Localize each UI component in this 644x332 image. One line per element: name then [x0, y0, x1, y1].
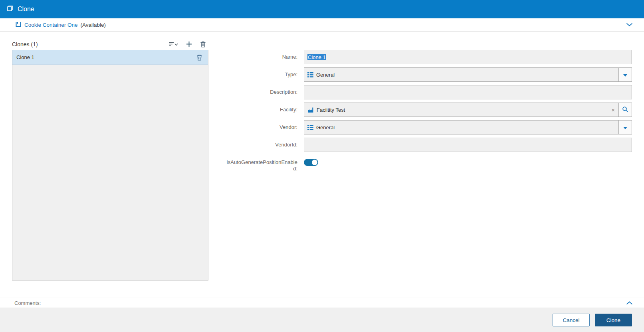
description-label: Description: — [226, 85, 297, 95]
clones-list: Clone 1 — [12, 50, 208, 281]
name-row: Name: Clone 1 — [226, 50, 632, 64]
name-input[interactable]: Clone 1 — [304, 50, 632, 64]
facility-row: Facility: Faciitity Test × — [226, 103, 632, 117]
titlebar: Clone — [0, 0, 644, 18]
clones-panel-title: Clones (1) — [12, 41, 38, 47]
context-bar: Cookie Container One (Available) — [0, 18, 644, 32]
footer-bar: Cancel Clone — [0, 308, 644, 332]
comments-bar: Comments: — [0, 298, 644, 308]
collapse-chevron-down-icon[interactable] — [625, 22, 634, 28]
type-label: Type: — [226, 67, 297, 78]
auto-generate-label: IsAutoGeneratePositionEnabled: — [226, 155, 297, 172]
row-delete-icon[interactable] — [196, 53, 203, 61]
context-object-link[interactable]: Cookie Container One — [24, 22, 78, 28]
add-clone-button[interactable] — [185, 40, 193, 48]
comments-label: Comments: — [14, 300, 41, 306]
expand-chevron-up-icon[interactable] — [625, 300, 634, 306]
clear-icon[interactable]: × — [611, 107, 615, 113]
context-object-status: (Available) — [81, 22, 106, 28]
vendor-row: Vendor: General — [226, 120, 632, 134]
type-value: General — [316, 72, 335, 78]
description-input[interactable] — [304, 85, 632, 99]
facility-label: Facility: — [226, 103, 297, 113]
sort-button[interactable] — [168, 41, 179, 48]
clone-button[interactable]: Clone — [595, 314, 632, 326]
container-icon — [15, 21, 22, 29]
factory-icon — [307, 107, 314, 113]
chevron-down-icon — [623, 125, 627, 130]
vendor-dropdown[interactable]: General — [304, 120, 619, 134]
type-dropdown-button[interactable] — [618, 67, 632, 82]
name-label: Name: — [226, 50, 297, 60]
clone-dialog: Clone Cookie Container One (Available) C… — [0, 0, 644, 332]
vendor-value: General — [316, 125, 335, 130]
auto-generate-toggle[interactable] — [304, 159, 318, 166]
vendorid-input[interactable] — [304, 138, 632, 152]
clone-form: Name: Clone 1 Type: Ge — [226, 50, 632, 175]
clone-list-item[interactable]: Clone 1 — [12, 50, 208, 65]
type-dropdown[interactable]: General — [304, 67, 619, 82]
list-icon — [307, 72, 313, 77]
facility-lookup-input[interactable]: Faciitity Test × — [304, 103, 619, 117]
clones-panel-header: Clones (1) — [12, 38, 208, 50]
page-title: Clone — [18, 6, 34, 13]
search-icon — [622, 106, 628, 114]
facility-search-button[interactable] — [618, 103, 632, 117]
vendor-dropdown-button[interactable] — [618, 120, 632, 134]
vendorid-row: VendorId: — [226, 138, 632, 152]
delete-clone-button[interactable] — [199, 40, 207, 48]
vendor-label: Vendor: — [226, 120, 297, 130]
auto-generate-row: IsAutoGeneratePositionEnabled: — [226, 155, 632, 172]
clones-panel: Clones (1) — [12, 38, 208, 281]
toggle-knob — [312, 160, 317, 165]
clone-item-label: Clone 1 — [16, 54, 34, 60]
description-row: Description: — [226, 85, 632, 99]
list-icon — [307, 125, 313, 130]
chevron-down-icon — [623, 72, 627, 78]
clone-icon — [6, 5, 14, 14]
name-selected-text: Clone 1 — [307, 54, 326, 60]
vendorid-label: VendorId: — [226, 138, 297, 148]
type-row: Type: General — [226, 67, 632, 82]
cancel-button[interactable]: Cancel — [553, 314, 590, 326]
clones-toolbar — [168, 40, 208, 48]
facility-value: Faciitity Test — [317, 107, 345, 113]
